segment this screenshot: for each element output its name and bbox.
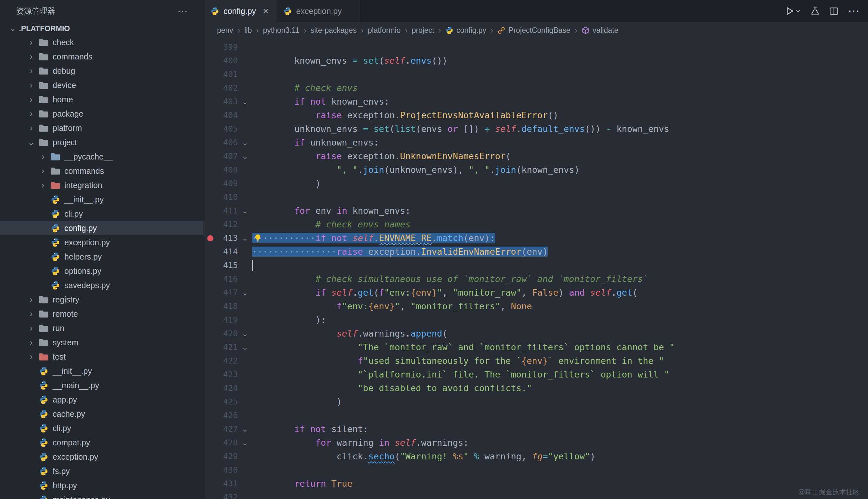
tree-item-debug[interactable]: ›debug [0,64,203,78]
tree-item-cache.py[interactable]: cache.py [0,407,203,421]
tree-item-compat.py[interactable]: compat.py [0,435,203,450]
code-text[interactable]: # check simultaneous use of `monitor_raw… [252,272,868,286]
code-text[interactable]: self.warnings.append( [252,327,868,340]
fold-icon[interactable]: ⌄ [238,286,252,300]
fold-icon[interactable]: ⌄ [238,422,252,436]
code-text[interactable] [252,68,868,81]
code-text[interactable] [252,409,868,422]
section-header-platformio[interactable]: ⌄ .PLATFORMIO [0,22,203,35]
breakpoint-gutter[interactable] [203,149,217,163]
code-text[interactable] [252,40,868,54]
code-text[interactable]: raise exception.UnknownEnvNamesError( [252,149,868,163]
breakpoint-gutter[interactable] [203,327,217,340]
code-text[interactable]: if not silent: [252,422,868,436]
breakpoint-gutter[interactable] [203,81,217,95]
breadcrumb-item-penv[interactable]: penv [217,26,233,35]
tree-item-package[interactable]: ›package [0,107,203,121]
fold-icon[interactable]: ⌄ [238,149,252,163]
tree-item-run[interactable]: ›run [0,321,203,335]
breakpoint-gutter[interactable] [203,190,217,204]
tree-item-cli.py[interactable]: cli.py [0,421,203,435]
code-text[interactable]: f"used simultaneously for the `{env}` en… [252,354,868,368]
breakpoint-gutter[interactable] [203,68,217,81]
code-text[interactable]: # check envs [252,81,868,95]
fold-icon[interactable]: ⌄ [238,95,252,109]
breakpoint-gutter[interactable] [203,95,217,109]
breakpoint-gutter[interactable] [203,490,217,499]
breakpoint-gutter[interactable] [203,245,217,259]
tree-item-config.py[interactable]: config.py [0,221,203,235]
code-text[interactable]: ): [252,313,868,327]
tree-item-__pycache__[interactable]: ›__pycache__ [0,149,203,164]
breakpoint-gutter[interactable] [203,409,217,422]
tree-item-system[interactable]: ›system [0,335,203,350]
tree-item-registry[interactable]: ›registry [0,292,203,307]
breakpoint-gutter[interactable] [203,286,217,300]
tree-item-check[interactable]: ›check [0,35,203,49]
tree-item-remote[interactable]: ›remote [0,307,203,321]
breakpoint-gutter[interactable] [203,463,217,477]
code-text[interactable]: # check envs names [252,218,868,231]
tree-item-cli.py[interactable]: cli.py [0,207,203,221]
breakpoint-gutter[interactable] [203,163,217,177]
breadcrumb-item-site-packages[interactable]: site-packages [310,26,357,35]
code-text[interactable]: if self.get(f"env:{env}", "monitor_raw",… [252,286,868,300]
code-text[interactable]: if unknown_envs: [252,136,868,149]
tree-item-project[interactable]: ⌄project [0,135,203,149]
more-actions-icon[interactable]: ⋯ [178,6,189,16]
breakpoint-gutter[interactable] [203,450,217,463]
code-text[interactable]: ················raise exception.InvalidE… [252,245,868,259]
code-text[interactable] [252,259,868,272]
breakpoint-gutter[interactable] [203,136,217,149]
tree-item-helpers.py[interactable]: helpers.py [0,250,203,264]
breakpoint-gutter[interactable] [203,40,217,54]
breakpoint-gutter[interactable] [203,340,217,354]
breadcrumb-item-ProjectConfigBase[interactable]: ProjectConfigBase [497,26,571,35]
code-text[interactable]: "`platformio.ini` file. The `monitor_fil… [252,368,868,381]
tab-config.py[interactable]: config.py× [203,0,276,22]
breadcrumb-item-platformio[interactable]: platformio [368,26,401,35]
tree-item-platform[interactable]: ›platform [0,121,203,135]
tree-item-maintenance.py[interactable]: maintenance.py [0,492,203,499]
breadcrumb-item-project[interactable]: project [412,26,434,35]
run-icon[interactable] [784,6,801,16]
breakpoint-gutter[interactable] [203,259,217,272]
tree-item-home[interactable]: ›home [0,92,203,107]
beaker-icon[interactable] [810,6,820,16]
tree-item-__init__.py[interactable]: __init__.py [0,364,203,378]
code-text[interactable]: if not known_envs: [252,95,868,109]
tree-item-test[interactable]: ›test [0,350,203,364]
tree-item-savedeps.py[interactable]: savedeps.py [0,278,203,292]
code-text[interactable]: for warning in self.warnings: [252,436,868,450]
tab-exception.py[interactable]: exception.py [276,0,360,22]
breakpoint-gutter[interactable] [203,436,217,450]
breadcrumb-item-config.py[interactable]: config.py [445,26,486,35]
close-icon[interactable]: × [263,6,269,16]
code-text[interactable]: ············if not self.ENVNAME_RE.match… [252,231,868,245]
code-text[interactable] [252,463,868,477]
breakpoint-gutter[interactable] [203,422,217,436]
code-text[interactable]: raise exception.ProjectEnvsNotAvailableE… [252,109,868,122]
tree-item-http.py[interactable]: http.py [0,478,203,492]
tree-item-exception.py[interactable]: exception.py [0,235,203,250]
tree-item-commands[interactable]: ›commands [0,164,203,178]
code-text[interactable]: known_envs = set(self.envs()) [252,54,868,68]
tree-item-__init__.py[interactable]: __init__.py [0,192,203,207]
breakpoint-gutter[interactable] [203,354,217,368]
code-text[interactable]: f"env:{env}", "monitor_filters", None [252,300,868,313]
split-editor-icon[interactable] [829,6,839,16]
fold-icon[interactable]: ⌄ [238,340,252,354]
tree-item-__main__.py[interactable]: __main__.py [0,378,203,392]
breakpoint-gutter[interactable] [203,54,217,68]
code-text[interactable]: "be disabled to avoid conflicts." [252,381,868,395]
breakpoint-gutter[interactable] [203,231,217,245]
more-icon[interactable]: ⋯ [848,5,859,17]
lightbulb-icon[interactable] [253,234,262,242]
code-editor[interactable]: 399400 known_envs = set(self.envs())4014… [203,38,868,499]
tree-item-app.py[interactable]: app.py [0,392,203,407]
code-text[interactable]: ", ".join(unknown_envs), ", ".join(known… [252,163,868,177]
breakpoint-gutter[interactable] [203,272,217,286]
breakpoint-gutter[interactable] [203,395,217,409]
breakpoint-gutter[interactable] [203,300,217,313]
fold-icon[interactable]: ⌄ [238,327,252,340]
